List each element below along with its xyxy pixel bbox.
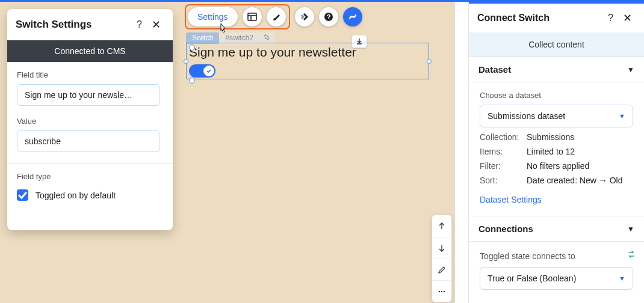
connect-data-icon[interactable] bbox=[343, 7, 362, 26]
value-input[interactable]: subscribe bbox=[17, 130, 160, 152]
svg-point-5 bbox=[439, 290, 440, 292]
toggle-default-checkbox[interactable] bbox=[17, 189, 28, 201]
switch-toggle[interactable] bbox=[189, 64, 215, 78]
filter-key: Filter: bbox=[480, 161, 527, 171]
sort-value: Date created: New → Old bbox=[527, 176, 623, 185]
toggled-state-value: True or False (Boolean) bbox=[488, 274, 576, 283]
filter-value: No filters applied bbox=[527, 161, 589, 171]
right-panel-title: Connect Switch bbox=[477, 13, 605, 23]
chevron-down-icon: ▼ bbox=[619, 112, 625, 120]
toggled-state-label: Toggled state connects to bbox=[480, 251, 633, 261]
svg-rect-0 bbox=[248, 13, 256, 20]
collect-content-banner[interactable]: Collect content bbox=[469, 32, 644, 57]
dataset-select-value: Submissions dataset bbox=[488, 111, 565, 121]
element-toolbar: Settings ? bbox=[185, 4, 362, 29]
settings-button[interactable]: Settings bbox=[188, 7, 238, 26]
panel-title: Switch Settings bbox=[16, 19, 134, 31]
connections-section-header[interactable]: Connections ▼ bbox=[469, 216, 644, 242]
toggled-state-select[interactable]: True or False (Boolean) ▼ bbox=[480, 267, 633, 290]
layout-icon[interactable] bbox=[243, 7, 262, 26]
collection-value: Submissions bbox=[527, 132, 574, 142]
design-brush-icon[interactable] bbox=[267, 7, 286, 26]
field-type-label: Field type bbox=[17, 172, 163, 181]
dataset-section-header[interactable]: Dataset ▼ bbox=[469, 57, 644, 82]
connections-section-title: Connections bbox=[478, 224, 533, 234]
value-label: Value bbox=[17, 117, 163, 126]
svg-point-7 bbox=[444, 290, 445, 292]
choose-dataset-label: Choose a dataset bbox=[480, 91, 633, 100]
arrow-up-icon[interactable] bbox=[432, 215, 452, 237]
canvas-tool-strip bbox=[432, 215, 452, 302]
items-value: Limited to 12 bbox=[527, 147, 575, 156]
svg-point-6 bbox=[441, 290, 442, 292]
help-circle-icon[interactable]: ? bbox=[319, 7, 338, 26]
close-icon[interactable]: ✕ bbox=[619, 9, 636, 27]
toggle-default-label: Toggled on by default bbox=[36, 191, 116, 200]
field-title-label: Field title bbox=[17, 70, 163, 79]
chevron-down-icon: ▼ bbox=[619, 275, 625, 282]
help-icon[interactable]: ? bbox=[134, 17, 144, 32]
svg-text:?: ? bbox=[326, 13, 330, 20]
dataset-section-title: Dataset bbox=[478, 64, 511, 75]
dataset-select[interactable]: Submissions dataset ▼ bbox=[480, 105, 633, 127]
more-icon[interactable] bbox=[432, 280, 452, 302]
chevron-down-icon: ▼ bbox=[627, 225, 634, 233]
dataset-settings-link[interactable]: Dataset Settings bbox=[480, 195, 542, 204]
canvas-switch-element[interactable]: Sign me up to your newsletter bbox=[186, 43, 429, 79]
close-icon[interactable]: ✕ bbox=[148, 16, 164, 34]
help-icon[interactable]: ? bbox=[605, 10, 616, 26]
collection-key: Collection: bbox=[480, 132, 527, 142]
sort-key: Sort: bbox=[480, 176, 527, 185]
field-title-input[interactable]: Sign me up to your newsle… bbox=[17, 84, 160, 106]
pencil-icon[interactable] bbox=[432, 259, 452, 280]
animation-icon[interactable] bbox=[295, 7, 314, 26]
settings-highlight-box: Settings bbox=[185, 4, 290, 29]
connected-cms-banner: Connected to CMS bbox=[7, 40, 173, 62]
items-key: Items: bbox=[480, 147, 527, 156]
switch-label-text: Sign me up to your newsletter bbox=[189, 44, 426, 60]
arrow-down-icon[interactable] bbox=[432, 237, 452, 259]
switch-settings-panel: Switch Settings ? ✕ Connected to CMS Fie… bbox=[7, 9, 173, 230]
connect-switch-panel: Connect Switch ? ✕ Collect content Datas… bbox=[468, 2, 644, 303]
chevron-down-icon: ▼ bbox=[627, 66, 634, 74]
sync-bidirectional-icon bbox=[627, 250, 636, 260]
